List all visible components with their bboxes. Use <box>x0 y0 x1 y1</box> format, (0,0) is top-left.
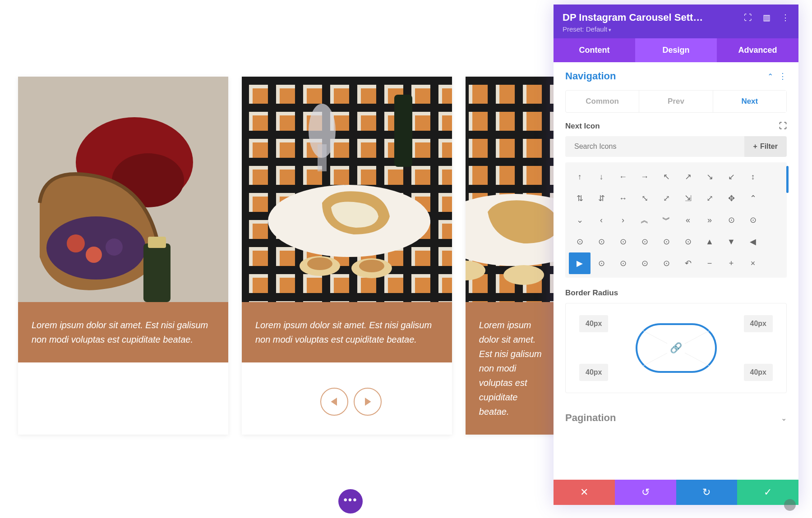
close-icon: ✕ <box>580 486 588 498</box>
icon-option[interactable]: ︾ <box>655 209 677 231</box>
icon-option[interactable]: « <box>677 209 699 231</box>
icon-option[interactable]: ⊙ <box>591 231 612 252</box>
icon-option[interactable]: → <box>634 166 655 188</box>
icon-option[interactable]: ▲ <box>699 231 720 252</box>
border-radius-tr-input[interactable]: 40px <box>744 315 773 332</box>
icon-option[interactable]: − <box>699 252 720 274</box>
icon-option[interactable]: ⊙ <box>677 231 699 252</box>
icon-option[interactable]: ↕ <box>742 166 764 188</box>
icon-option[interactable]: ⊙ <box>569 231 591 252</box>
subtab-next[interactable]: Next <box>713 91 786 112</box>
icon-option[interactable]: » <box>699 209 720 231</box>
panel-body[interactable]: Navigation ⌃ ⋮ Common Prev Next Next Ico… <box>554 62 798 480</box>
card-image <box>466 77 559 302</box>
icon-option[interactable]: ▶ <box>569 252 591 274</box>
carousel-card[interactable]: Lorem ipsum dolor sit amet. Est nisi gal… <box>466 77 559 435</box>
undo-icon: ↺ <box>641 486 650 498</box>
card-image <box>242 77 452 302</box>
icon-option[interactable]: ↓ <box>591 166 612 188</box>
border-radius-control: 40px 40px 40px 40px 🔗 <box>565 303 787 393</box>
responsive-toggle-icon[interactable]: ⛶ <box>779 122 787 131</box>
icon-option[interactable]: ▼ <box>720 231 742 252</box>
section-pagination[interactable]: Pagination ⌄ <box>554 404 798 432</box>
border-radius-tl-input[interactable]: 40px <box>579 315 608 332</box>
redo-button[interactable]: ↻ <box>676 480 738 505</box>
icon-grid-scrollbar[interactable] <box>786 166 789 193</box>
fab-more-button[interactable]: ••• <box>338 489 363 513</box>
icon-option[interactable]: ‹ <box>591 209 612 231</box>
icon-option[interactable]: ↗ <box>677 166 699 188</box>
section-title: Navigation <box>565 70 616 82</box>
tab-content[interactable]: Content <box>554 38 635 62</box>
chevron-up-icon: ⌃ <box>767 72 773 81</box>
svg-point-5 <box>86 247 102 263</box>
icon-option[interactable]: ⇲ <box>677 188 699 209</box>
next-button[interactable] <box>354 388 382 416</box>
border-radius-br-input[interactable]: 40px <box>744 364 773 381</box>
prev-button[interactable] <box>320 388 348 416</box>
icon-option[interactable]: ← <box>612 166 634 188</box>
undo-button[interactable]: ↺ <box>615 480 676 505</box>
icon-option[interactable]: ◀ <box>742 231 764 252</box>
icon-option[interactable]: ↔ <box>612 188 634 209</box>
icon-option[interactable]: ⊙ <box>634 252 655 274</box>
more-icon[interactable]: ⋮ <box>781 13 789 23</box>
icon-option[interactable]: ︽ <box>634 209 655 231</box>
svg-rect-9 <box>148 237 166 248</box>
icon-option[interactable]: × <box>742 252 764 274</box>
card-caption: Lorem ipsum dolor sit amet. Est nisi gal… <box>466 302 559 435</box>
responsive-icon[interactable]: ▥ <box>763 13 770 23</box>
icon-option[interactable]: ↑ <box>569 166 591 188</box>
icon-option[interactable]: ↘ <box>699 166 720 188</box>
icon-option[interactable]: ⊙ <box>720 209 742 231</box>
icon-option[interactable]: ⊙ <box>612 231 634 252</box>
icon-option[interactable]: ↙ <box>720 166 742 188</box>
icon-option[interactable]: ⤡ <box>634 188 655 209</box>
icon-option[interactable]: ⤢ <box>699 188 720 209</box>
icon-option[interactable]: ↖ <box>655 166 677 188</box>
section-title: Pagination <box>565 412 616 424</box>
icon-option[interactable]: ⇵ <box>591 188 612 209</box>
icon-option[interactable]: + <box>720 252 742 274</box>
icon-option[interactable]: › <box>612 209 634 231</box>
cancel-button[interactable]: ✕ <box>554 480 615 505</box>
expand-icon[interactable]: ⛶ <box>744 13 752 23</box>
section-more-icon[interactable]: ⋮ <box>779 71 787 81</box>
triangle-left-icon <box>330 398 338 406</box>
filter-button[interactable]: + Filter <box>744 136 787 157</box>
link-values-icon[interactable]: 🔗 <box>667 341 685 355</box>
search-icons-input[interactable] <box>565 136 744 157</box>
carousel-card[interactable]: Lorem ipsum dolor sit amet. Est nisi gal… <box>242 77 452 435</box>
subtab-common[interactable]: Common <box>566 91 639 112</box>
icon-option[interactable]: ↶ <box>677 252 699 274</box>
icon-option[interactable]: ⊙ <box>655 252 677 274</box>
carousel-card[interactable]: Lorem ipsum dolor sit amet. Est nisi gal… <box>18 77 228 435</box>
icon-option[interactable]: ⇅ <box>569 188 591 209</box>
icon-option[interactable]: ⊙ <box>655 231 677 252</box>
icon-option[interactable]: ⊙ <box>612 252 634 274</box>
icon-option[interactable]: ⌄ <box>569 209 591 231</box>
tab-advanced[interactable]: Advanced <box>717 38 798 62</box>
icon-option[interactable]: ✥ <box>720 188 742 209</box>
section-navigation[interactable]: Navigation ⌃ ⋮ <box>554 62 798 90</box>
plus-icon: + <box>753 142 757 151</box>
card-caption: Lorem ipsum dolor sit amet. Est nisi gal… <box>242 302 452 362</box>
svg-rect-22 <box>318 144 327 171</box>
chevron-down-icon: ⌄ <box>781 414 787 422</box>
main-tabs: Content Design Advanced <box>554 38 798 62</box>
card-caption: Lorem ipsum dolor sit amet. Est nisi gal… <box>18 302 228 362</box>
icon-option[interactable]: ⤢ <box>655 188 677 209</box>
card-image <box>18 77 228 302</box>
icon-option[interactable]: ⊙ <box>634 231 655 252</box>
tab-design[interactable]: Design <box>635 38 717 62</box>
icon-option[interactable]: ⌃ <box>742 188 764 209</box>
border-radius-bl-input[interactable]: 40px <box>579 364 608 381</box>
preset-selector[interactable]: Preset: Default <box>563 25 789 33</box>
svg-point-18 <box>307 257 332 270</box>
svg-rect-23 <box>394 95 412 167</box>
panel-footer: ✕ ↺ ↻ ✓ <box>554 480 798 505</box>
icon-option[interactable]: ⊙ <box>742 209 764 231</box>
subtab-prev[interactable]: Prev <box>639 91 713 112</box>
icon-option[interactable]: ⊙ <box>591 252 612 274</box>
panel-title: DP Instagram Carousel Sett… <box>563 12 703 23</box>
